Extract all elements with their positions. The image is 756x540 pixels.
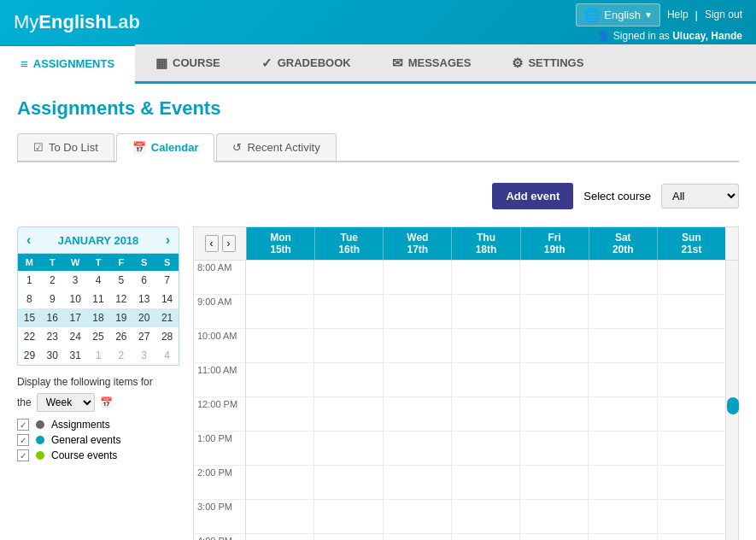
day-header-fri: Fri 19th [520,227,589,260]
mini-cal-date[interactable]: 25 [87,327,110,346]
mini-cal-date[interactable]: 16 [41,308,64,327]
assignments-dot [36,420,44,429]
user-name-link[interactable]: Ulucay, Hande [672,30,742,42]
day-columns [246,261,725,540]
week-nav: ‹ › [193,226,246,261]
mini-cal-date[interactable]: 13 [132,290,155,308]
mini-cal-date[interactable]: 12 [109,290,132,308]
day-header-sun: S [155,254,179,271]
logo: MyEnglishLab [14,11,140,33]
mini-cal-date[interactable]: 2 [41,271,64,290]
legend-week-row: the Week Month Day 📅 [17,393,179,412]
mini-cal-date[interactable]: 10 [64,290,87,308]
time-labels: 8:00 AM 9:00 AM 10:00 AM 11:00 AM 12:00 … [193,261,246,540]
mini-cal-date[interactable]: 5 [109,271,132,290]
mini-cal-date[interactable]: 20 [132,308,155,327]
mini-cal-prev-button[interactable]: ‹ [26,232,31,248]
week-prev-button[interactable]: ‹ [205,235,219,252]
day-header-mon: M [18,254,41,271]
mini-cal-dates: 1 2 3 4 5 6 7 8 9 10 11 12 13 14 15 [18,271,179,365]
mini-cal-date[interactable]: 29 [18,346,41,365]
week-dropdown[interactable]: Week Month Day [37,393,95,412]
mini-cal-body: M T W T F S S 1 2 3 4 5 6 7 [17,254,179,366]
week-calendar-container: ‹ › Mon 15th Tue 16th Wed 17th [193,226,739,540]
tab-recent-activity[interactable]: ↺ Recent Activity [216,133,336,161]
mini-cal-date[interactable]: 7 [155,271,179,290]
nav-item-settings[interactable]: ⚙ SETTINGS [491,44,604,84]
tab-todo[interactable]: ☑ To Do List [17,133,114,161]
mini-cal-date[interactable]: 22 [18,327,41,346]
mini-cal-date[interactable]: 27 [132,327,155,346]
mini-cal-month-year: JANUARY 2018 [58,234,139,247]
time-2pm: 2:00 PM [194,466,245,500]
mini-cal-date[interactable]: 4 [155,346,179,365]
mini-cal-date[interactable]: 9 [41,290,64,308]
day-header-mon: Mon 15th [246,227,314,260]
nav-course-label: COURSE [173,56,220,69]
mini-cal-date[interactable]: 31 [64,346,87,365]
user-icon: 👤 [597,30,610,42]
day-col-thu [452,261,520,540]
assignments-checkbox[interactable] [17,419,29,431]
general-events-checkbox[interactable] [17,434,29,446]
mini-cal-next-button[interactable]: › [166,232,170,248]
time-11am: 11:00 AM [194,363,245,397]
nav-bar: ≡ ASSIGNMENTS ▦ COURSE ✓ GRADEBOOK ✉ MES… [0,44,756,84]
nav-item-assignments[interactable]: ≡ ASSIGNMENTS [0,44,135,84]
week-cal-header-row: ‹ › Mon 15th Tue 16th Wed 17th [193,226,739,261]
mini-cal-date[interactable]: 21 [155,308,179,327]
mini-cal-date[interactable]: 19 [109,308,132,327]
main-content: Assignments & Events ☑ To Do List 📅 Cale… [0,84,756,540]
nav-item-course[interactable]: ▦ COURSE [135,44,241,84]
scrollbar[interactable] [725,261,739,540]
day-header-thu: T [87,254,110,271]
time-12pm: 12:00 PM [194,397,245,431]
assignments-legend-label: Assignments [51,419,110,431]
mini-cal-day-headers: M T W T F S S [18,254,179,271]
signout-link[interactable]: Sign out [705,9,742,21]
day-col-tue [314,261,383,540]
mini-cal-date[interactable]: 23 [41,327,64,346]
mini-cal-date[interactable]: 26 [109,327,132,346]
mini-cal-date[interactable]: 4 [87,271,110,290]
mini-cal-date[interactable]: 15 [18,308,41,327]
course-events-checkbox[interactable] [17,449,29,461]
separator: | [695,9,698,21]
general-events-legend-label: General events [51,434,120,446]
mini-cal-date[interactable]: 24 [64,327,87,346]
general-events-dot [36,436,44,444]
legend: Display the following items for the Week… [17,376,179,461]
language-selector[interactable]: 🌐 English ▼ [576,3,660,26]
nav-item-gradebook[interactable]: ✓ GRADEBOOK [241,44,372,84]
todo-tab-label: To Do List [49,141,98,154]
day-col-sat [589,261,657,540]
time-4pm: 4:00 PM [194,534,245,540]
mini-cal-date[interactable]: 8 [18,290,41,308]
mini-cal-date[interactable]: 28 [155,327,179,346]
mini-cal-date[interactable]: 1 [87,346,110,365]
mini-cal-date[interactable]: 30 [41,346,64,365]
day-header-fri: F [109,254,132,271]
help-link[interactable]: Help [667,9,689,21]
mini-cal-date[interactable]: 1 [18,271,41,290]
gradebook-nav-icon: ✓ [261,56,273,71]
assignments-nav-icon: ≡ [21,56,28,71]
mini-calendar-header: ‹ JANUARY 2018 › [17,226,179,254]
mini-cal-date[interactable]: 14 [155,290,179,308]
day-col-mon [246,261,314,540]
day-header-wed: Wed 17th [383,227,451,260]
mini-cal-date[interactable]: 3 [64,271,87,290]
signed-in-label: Signed in as [613,30,670,42]
day-header-thu: Thu 18th [451,227,519,260]
nav-item-messages[interactable]: ✉ MESSAGES [372,44,492,84]
add-event-button[interactable]: Add event [492,183,573,209]
mini-cal-date[interactable]: 3 [132,346,155,365]
mini-cal-date[interactable]: 17 [64,308,87,327]
mini-cal-date[interactable]: 2 [109,346,132,365]
week-next-button[interactable]: › [222,235,236,252]
mini-cal-date[interactable]: 18 [87,308,110,327]
mini-cal-date[interactable]: 6 [132,271,155,290]
select-course-dropdown[interactable]: All Course 1 Course 2 [661,184,739,208]
tab-calendar[interactable]: 📅 Calendar [116,133,215,162]
mini-cal-date[interactable]: 11 [87,290,110,308]
